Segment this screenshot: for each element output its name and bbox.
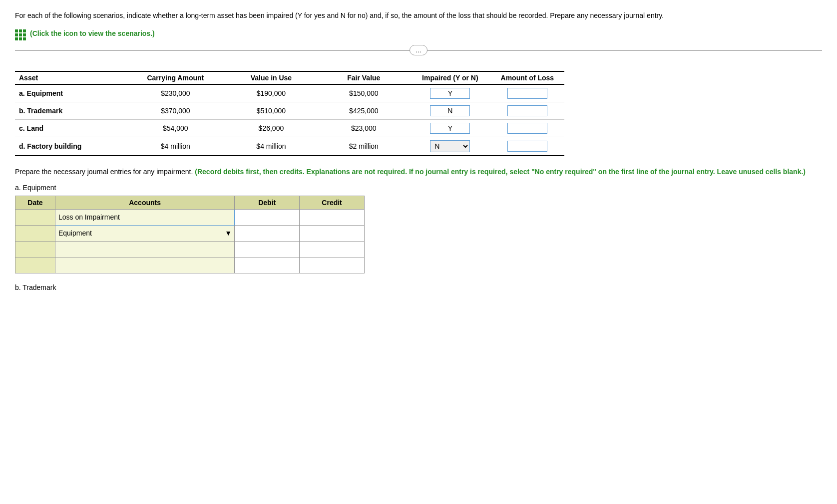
date-input[interactable] <box>15 227 55 239</box>
credit-cell[interactable] <box>300 241 365 257</box>
debit-cell[interactable] <box>235 225 300 241</box>
credit-input[interactable] <box>300 243 364 255</box>
table-row: Equipment Loss on Impairment No entry re… <box>15 225 365 241</box>
asset-name: Trademark <box>27 107 62 115</box>
date-cell[interactable] <box>15 257 55 273</box>
table-row <box>15 241 365 257</box>
header-value-use: Value in Use <box>225 71 317 84</box>
table-row <box>15 209 365 225</box>
loss-on-impairment-input[interactable] <box>55 211 234 223</box>
value-in-use: $510,000 <box>225 102 317 120</box>
journal-header-accounts: Accounts <box>55 196 234 209</box>
click-icon-row[interactable]: (Click the icon to view the scenarios.) <box>15 26 822 40</box>
debit-input[interactable] <box>235 227 299 239</box>
date-input[interactable] <box>15 259 55 271</box>
carrying-amount: $370,000 <box>126 102 225 120</box>
table-letter: c. Land <box>15 120 126 137</box>
credit-cell[interactable] <box>300 257 365 273</box>
accounts-cell[interactable] <box>55 241 234 257</box>
impaired-select[interactable]: NY <box>430 140 470 152</box>
journal-header-credit: Credit <box>300 196 365 209</box>
debit-input[interactable] <box>235 259 299 271</box>
date-cell[interactable] <box>15 225 55 241</box>
date-input[interactable] <box>15 211 55 223</box>
main-instructions: For each of the following scenarios, ind… <box>15 10 814 21</box>
asset-name: Land <box>27 124 43 132</box>
impaired-cell[interactable] <box>410 84 490 102</box>
table-letter: b. Trademark <box>15 102 126 120</box>
debit-input[interactable] <box>235 243 299 255</box>
grid-icon <box>15 26 26 40</box>
accounts-cell[interactable] <box>55 209 234 225</box>
value-in-use: $26,000 <box>225 120 317 137</box>
impaired-input[interactable] <box>430 88 470 99</box>
journal-instruction-prefix: Prepare the necessary journal entries fo… <box>15 168 195 176</box>
header-carrying: Carrying Amount <box>126 71 225 84</box>
table-row <box>15 257 365 273</box>
impaired-cell[interactable] <box>410 120 490 137</box>
amount-loss-input[interactable] <box>507 123 547 134</box>
credit-input[interactable] <box>300 227 364 239</box>
divider-section: ... <box>15 50 822 51</box>
amount-loss-input[interactable] <box>507 105 547 116</box>
click-icon-text: (Click the icon to view the scenarios.) <box>30 29 155 37</box>
amount-loss-cell[interactable] <box>490 102 564 120</box>
account-input[interactable] <box>55 243 234 255</box>
table-letter: d. Factory building <box>15 137 126 156</box>
debit-cell[interactable] <box>235 241 300 257</box>
accounts-cell[interactable] <box>55 257 234 273</box>
journal-header-date: Date <box>15 196 55 209</box>
carrying-amount: $54,000 <box>126 120 225 137</box>
carrying-amount: $230,000 <box>126 84 225 102</box>
debit-cell[interactable] <box>235 209 300 225</box>
asset-name: Equipment <box>27 89 63 97</box>
amount-loss-cell[interactable] <box>490 120 564 137</box>
debit-cell[interactable] <box>235 257 300 273</box>
amount-loss-input[interactable] <box>507 141 547 152</box>
journal-instruction-green: (Record debits first, then credits. Expl… <box>195 168 806 176</box>
impairment-table: Asset Carrying Amount Value in Use Fair … <box>15 71 564 156</box>
section-a-label: a. Equipment <box>15 184 822 192</box>
debit-input[interactable] <box>235 211 299 223</box>
account-input[interactable] <box>55 259 234 271</box>
amount-loss-cell[interactable] <box>490 137 564 156</box>
ellipsis-button[interactable]: ... <box>410 45 428 55</box>
credit-cell[interactable] <box>300 225 365 241</box>
credit-input[interactable] <box>300 259 364 271</box>
dropdown-arrow-icon: ▼ <box>224 229 232 237</box>
date-cell[interactable] <box>15 209 55 225</box>
impaired-input[interactable] <box>430 105 470 116</box>
journal-header-debit: Debit <box>235 196 300 209</box>
amount-loss-cell[interactable] <box>490 84 564 102</box>
section-b-label: b. Trademark <box>15 283 822 291</box>
fair-value: $150,000 <box>318 84 410 102</box>
journal-instruction: Prepare the necessary journal entries fo… <box>15 166 814 177</box>
value-in-use: $190,000 <box>225 84 317 102</box>
table-letter: a. Equipment <box>15 84 126 102</box>
date-input[interactable] <box>15 243 55 255</box>
account-select[interactable]: Equipment Loss on Impairment No entry re… <box>55 227 224 239</box>
header-amount-loss: Amount of Loss <box>490 71 564 84</box>
fair-value: $2 million <box>318 137 410 156</box>
impaired-cell[interactable]: NY <box>410 137 490 156</box>
asset-name: Factory building <box>27 142 81 150</box>
amount-loss-input[interactable] <box>507 88 547 99</box>
value-in-use: $4 million <box>225 137 317 156</box>
header-fair-value: Fair Value <box>318 71 410 84</box>
fair-value: $23,000 <box>318 120 410 137</box>
carrying-amount: $4 million <box>126 137 225 156</box>
header-asset: Asset <box>15 71 126 84</box>
impaired-cell[interactable] <box>410 102 490 120</box>
header-impaired: Impaired (Y or N) <box>410 71 490 84</box>
credit-input[interactable] <box>300 211 364 223</box>
date-cell[interactable] <box>15 241 55 257</box>
impaired-input[interactable] <box>430 123 470 134</box>
fair-value: $425,000 <box>318 102 410 120</box>
accounts-cell[interactable]: Equipment Loss on Impairment No entry re… <box>55 225 234 241</box>
journal-table-a: Date Accounts Debit Credit Equipment Lo <box>15 196 365 273</box>
credit-cell[interactable] <box>300 209 365 225</box>
